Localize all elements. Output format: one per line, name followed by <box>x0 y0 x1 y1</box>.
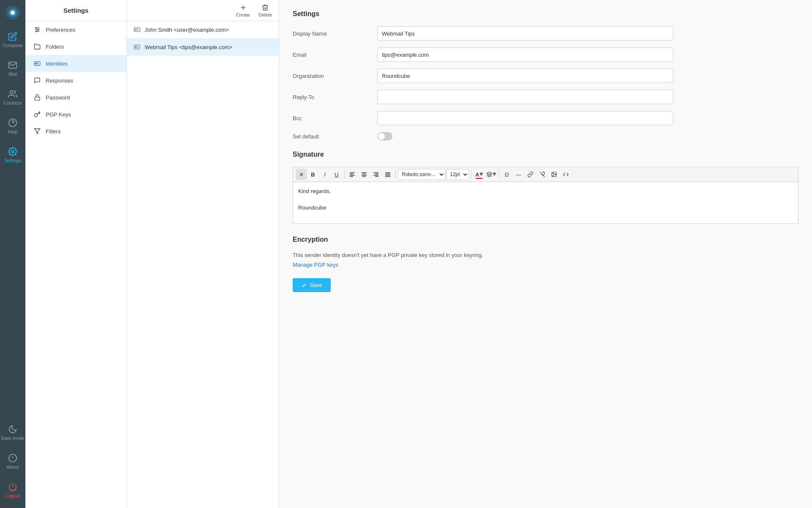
nav-item-mail[interactable]: Mail <box>0 54 25 83</box>
id-card-icon <box>34 60 41 67</box>
identity-name-2: Webmail Tips <tips@example.com> <box>145 44 232 50</box>
horizontal-rule-button[interactable]: — <box>513 169 524 180</box>
identity-icon-2 <box>134 44 140 50</box>
signature-line-1: Kind regards, <box>298 187 793 196</box>
svg-rect-22 <box>35 97 40 100</box>
main-content: Settings Display Name Email Organization… <box>279 0 812 508</box>
signature-editor[interactable]: Kind regards, Roundcube <box>293 182 798 224</box>
identity-item-1[interactable]: John Smith <user@example.com> <box>127 21 279 39</box>
insert-image-button[interactable] <box>549 169 560 180</box>
settings-section-title: Settings <box>293 10 798 18</box>
special-char-button[interactable]: Ω <box>501 169 512 180</box>
encryption-description: This sender identity doesn't yet have a … <box>293 252 798 258</box>
key-icon <box>34 111 41 118</box>
svg-point-16 <box>36 31 37 32</box>
font-family-select[interactable]: Roboto,sans-... <box>398 169 445 180</box>
help-icon <box>8 118 17 127</box>
sidebar-item-responses[interactable]: Responses <box>25 72 126 89</box>
nav-item-darkmode[interactable]: Dark mode <box>0 418 25 447</box>
set-default-row: Set default <box>293 132 798 141</box>
display-name-label: Display Name <box>293 30 377 37</box>
svg-marker-51 <box>493 173 496 176</box>
toolbar-divider-2 <box>395 170 396 179</box>
bcc-label: Bcc <box>293 115 377 121</box>
svg-marker-50 <box>480 173 483 176</box>
encryption-title: Encryption <box>293 236 798 243</box>
sidebar-label-filters: Filters <box>46 128 60 135</box>
toolbar-divider-4 <box>499 170 499 179</box>
signature-section: Signature ✕ B I U <box>293 151 798 224</box>
replyto-row: Reply-To <box>293 90 798 104</box>
signature-line-2: Roundcube <box>298 204 793 212</box>
identity-panel-header: Create Delete <box>127 0 279 21</box>
identity-list: John Smith <user@example.com> Webmail Ti… <box>127 21 279 56</box>
nav-label-mail: Mail <box>8 72 17 77</box>
nav-item-help[interactable]: Help <box>0 112 25 141</box>
moon-icon <box>8 425 17 434</box>
filter-icon <box>34 128 41 135</box>
align-left-button[interactable] <box>347 169 358 180</box>
align-center-button[interactable] <box>359 169 370 180</box>
svg-point-27 <box>135 29 136 30</box>
settings-sidebar-header: Settings <box>25 0 126 21</box>
check-icon <box>301 282 307 288</box>
signature-line-blank <box>298 196 793 204</box>
sidebar-item-password[interactable]: Password <box>25 89 126 106</box>
replyto-input[interactable] <box>377 90 673 104</box>
nav-label-compose: Compose <box>3 43 22 48</box>
insert-link-button[interactable] <box>525 169 536 180</box>
svg-point-6 <box>11 150 14 153</box>
encryption-section: Encryption This sender identity doesn't … <box>293 236 798 268</box>
align-right-button[interactable] <box>370 169 381 180</box>
svg-point-14 <box>36 28 37 29</box>
app-logo <box>0 0 25 25</box>
underline-button[interactable]: U <box>331 169 342 180</box>
email-input[interactable] <box>377 47 673 62</box>
sidebar-item-preferences[interactable]: Preferences <box>25 21 126 38</box>
nav-bottom: Dark mode About Logout <box>0 418 25 508</box>
font-color-button[interactable]: A <box>474 169 485 180</box>
clear-format-button[interactable]: ✕ <box>296 169 307 180</box>
font-size-select[interactable]: 12pt 10pt 14pt 16pt 18pt <box>446 169 469 180</box>
svg-point-3 <box>10 91 13 94</box>
svg-point-31 <box>135 47 136 48</box>
display-name-input[interactable] <box>377 26 673 41</box>
nav-item-logout[interactable]: Logout <box>0 476 25 505</box>
bcc-input[interactable] <box>377 111 673 125</box>
sidebar-item-folders[interactable]: Folders <box>25 38 126 55</box>
nav-label-contacts: Contacts <box>3 100 22 105</box>
chat-icon <box>34 77 41 84</box>
highlight-color-button[interactable] <box>486 169 497 180</box>
delete-button[interactable]: Delete <box>258 4 272 17</box>
align-justify-button[interactable] <box>382 169 393 180</box>
sidebar-label-identities: Identities <box>46 61 68 67</box>
remove-link-button[interactable] <box>537 169 548 180</box>
svg-point-15 <box>38 29 39 30</box>
nav-item-contacts[interactable]: Contacts <box>0 83 25 112</box>
about-icon <box>8 453 17 463</box>
nav-item-compose[interactable]: Compose <box>0 25 25 54</box>
left-nav: Compose Mail Contacts Help Settings <box>0 0 25 508</box>
set-default-toggle[interactable] <box>377 132 392 141</box>
organization-input[interactable] <box>377 69 673 83</box>
manage-pgp-keys-link[interactable]: Manage PGP keys <box>293 262 338 268</box>
source-code-button[interactable] <box>560 169 571 180</box>
sidebar-item-filters[interactable]: Filters <box>25 123 126 140</box>
organization-label: Organization <box>293 73 377 79</box>
sidebar-item-identities[interactable]: Identities <box>25 55 126 72</box>
power-icon <box>8 482 17 491</box>
identity-item-2[interactable]: Webmail Tips <tips@example.com> <box>127 39 279 56</box>
delete-label: Delete <box>258 12 272 17</box>
email-row: Email <box>293 47 798 62</box>
sidebar-item-pgpkeys[interactable]: PGP Keys <box>25 106 126 123</box>
trash-icon <box>261 4 269 11</box>
save-button[interactable]: Save <box>293 278 331 292</box>
create-button[interactable]: Create <box>236 4 250 17</box>
nav-item-about[interactable]: About <box>0 447 25 476</box>
nav-item-settings[interactable]: Settings <box>0 141 25 169</box>
sidebar-label-preferences: Preferences <box>46 27 75 33</box>
italic-button[interactable]: I <box>319 169 330 180</box>
compose-icon <box>8 32 17 41</box>
svg-marker-23 <box>34 129 40 134</box>
bold-button[interactable]: B <box>307 169 318 180</box>
